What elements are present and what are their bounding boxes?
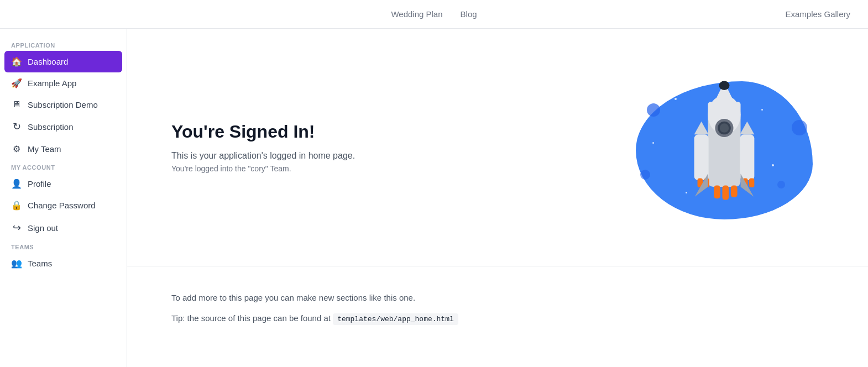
sidebar-item-change-password[interactable]: 🔒 Change Password: [0, 195, 127, 216]
svg-marker-5: [694, 121, 709, 134]
sidebar-label-profile: Profile: [28, 179, 51, 188]
monitor-icon: 🖥: [11, 99, 22, 109]
svg-rect-18: [749, 178, 754, 187]
star-2: [652, 142, 654, 144]
sidebar-item-subscription[interactable]: ↻ Subscription: [0, 115, 127, 138]
sidebar-item-teams[interactable]: 👥 Teams: [0, 253, 127, 274]
hero-title: You're Signed In!: [171, 122, 625, 142]
nav-wedding-plan[interactable]: Wedding Plan: [391, 9, 442, 19]
sidebar-label-change-password: Change Password: [28, 201, 96, 210]
home-icon: 🏠: [11, 56, 22, 67]
svg-point-11: [719, 81, 730, 90]
sidebar-label-sign-out: Sign out: [28, 223, 58, 233]
dot-2: [640, 170, 650, 180]
top-nav: Wedding Plan Blog Examples Gallery: [0, 0, 868, 29]
top-nav-center: Wedding Plan Blog: [391, 9, 477, 19]
tip-prefix: Tip: the source of this page can be foun…: [171, 313, 333, 323]
sidebar-section-application: Application: [0, 38, 127, 51]
gear-icon: ⚙: [11, 144, 22, 154]
sidebar-section-teams: Teams: [0, 239, 127, 253]
sidebar-item-dashboard[interactable]: 🏠 Dashboard: [4, 51, 122, 72]
sidebar-label-my-team: My Team: [28, 144, 61, 154]
hero-text: You're Signed In! This is your applicati…: [171, 122, 625, 173]
layout: Application 🏠 Dashboard 🚀 Example App 🖥 …: [0, 29, 868, 367]
hero-subtitle: This is your application's logged in hom…: [171, 151, 625, 161]
sidebar-item-example-app[interactable]: 🚀 Example App: [0, 72, 127, 94]
sidebar-label-subscription: Subscription: [28, 122, 74, 132]
svg-rect-4: [694, 134, 709, 180]
tip-text: Tip: the source of this page can be foun…: [171, 313, 824, 323]
hero-team-line: You're logged into the "cory" Team.: [171, 164, 625, 173]
sidebar-label-subscription-demo: Subscription Demo: [28, 100, 98, 109]
bottom-section: To add more to this page you can make ne…: [127, 266, 868, 350]
sidebar-label-teams: Teams: [28, 259, 52, 268]
svg-rect-13: [722, 185, 729, 200]
hero-section: You're Signed In! This is your applicati…: [127, 29, 868, 266]
svg-rect-12: [714, 185, 720, 198]
lock-icon: 🔒: [11, 200, 22, 211]
svg-rect-6: [740, 134, 754, 180]
rocket-icon: 🚀: [11, 78, 22, 88]
refresh-icon: ↻: [11, 120, 22, 133]
person-icon: 👤: [11, 179, 22, 189]
svg-rect-14: [731, 185, 738, 197]
dot-1: [647, 103, 660, 117]
sidebar-item-my-team[interactable]: ⚙ My Team: [0, 138, 127, 160]
nav-examples-gallery[interactable]: Examples Gallery: [785, 9, 850, 19]
svg-marker-7: [740, 121, 754, 134]
add-more-text: To add more to this page you can make ne…: [171, 293, 824, 302]
rocket-svg: [669, 76, 780, 219]
sidebar-item-sign-out[interactable]: ↪ Sign out: [0, 216, 127, 239]
signout-icon: ↪: [11, 222, 22, 234]
main-content: You're Signed In! This is your applicati…: [127, 29, 868, 367]
tip-code: templates/web/app_home.html: [333, 313, 458, 325]
sidebar-label-example-app: Example App: [28, 78, 76, 88]
svg-point-10: [720, 123, 729, 133]
nav-blog[interactable]: Blog: [461, 9, 477, 19]
rocket-container: [630, 70, 818, 225]
dot-3: [792, 120, 807, 135]
sidebar-item-profile[interactable]: 👤 Profile: [0, 173, 127, 195]
sidebar-item-subscription-demo[interactable]: 🖥 Subscription Demo: [0, 94, 127, 115]
group-icon: 👥: [11, 258, 22, 269]
sidebar-section-my-account: My Account: [0, 160, 127, 173]
sidebar: Application 🏠 Dashboard 🚀 Example App 🖥 …: [0, 29, 127, 367]
hero-illustration: [625, 65, 824, 230]
sidebar-label-dashboard: Dashboard: [28, 57, 68, 66]
